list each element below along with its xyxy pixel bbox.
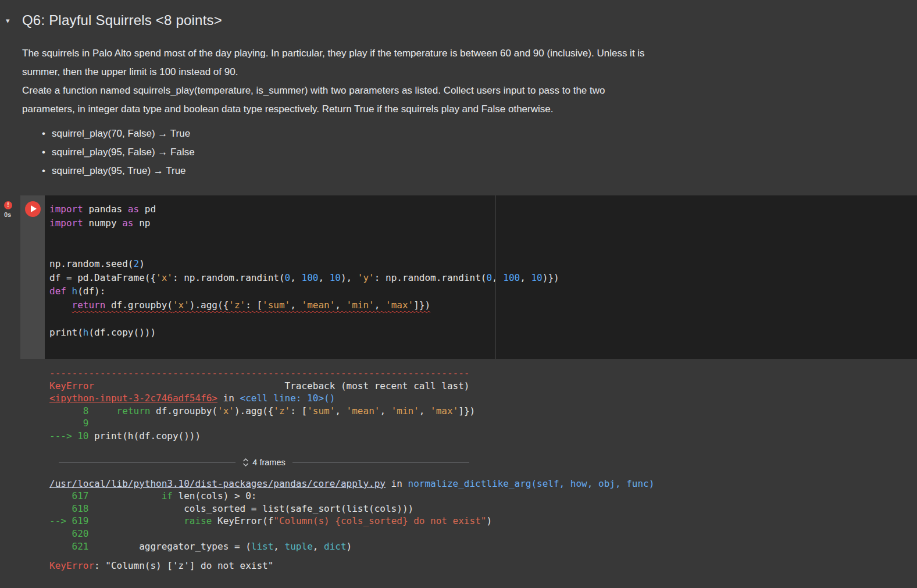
- code-token: 'x': [156, 272, 173, 283]
- code-token: ,: [520, 272, 531, 283]
- code-token: ]}): [413, 300, 430, 311]
- code-editor[interactable]: import pandas as pdimport numpy as npnp.…: [45, 195, 917, 359]
- code-token: h: [72, 286, 78, 297]
- frames-divider: 4 frames: [59, 457, 469, 468]
- code-token: 'sum': [307, 405, 335, 416]
- code-token: [88, 515, 184, 526]
- cell-gutter: [20, 195, 45, 359]
- code-token: Traceback (most recent call last): [94, 380, 469, 391]
- code-token: 617: [49, 490, 88, 501]
- code-token: ,: [335, 405, 346, 416]
- play-icon: [31, 205, 37, 212]
- traceback-line: --> 619 raise KeyError(f"Column(s) {cols…: [49, 515, 917, 528]
- code-token: np: [134, 218, 151, 229]
- code-token: df.groupby(: [150, 405, 217, 416]
- traceback-line: 620: [49, 528, 917, 540]
- code-token: ).agg({: [190, 300, 229, 311]
- code-line: df = pd.DataFrame({'x': np.random.randin…: [49, 271, 917, 285]
- code-token: def: [49, 286, 66, 297]
- code-token: return: [72, 300, 106, 311]
- markdown-cell: ▾ Q6: Playful Squirrels <8 points> The s…: [0, 0, 917, 180]
- code-token: tuple: [285, 541, 313, 552]
- code-token: df = pd.DataFrame({: [49, 272, 156, 283]
- frames-toggle[interactable]: 4 frames: [242, 458, 285, 467]
- divider-line: [59, 462, 236, 462]
- code-token: 100: [302, 272, 319, 283]
- traceback-line: /usr/local/lib/python3.10/dist-packages/…: [49, 477, 917, 490]
- markdown-line: Create a function named squirrels_play(t…: [22, 81, 905, 100]
- code-token: 10: [330, 272, 341, 283]
- code-token: aggregator_types = (: [88, 541, 251, 552]
- code-token: : "Column(s) ['z'] do not exist": [94, 560, 273, 571]
- code-token: 2: [134, 258, 140, 269]
- code-token: (df):: [77, 286, 105, 297]
- code-token: h: [83, 327, 89, 338]
- code-token: 'mean': [347, 405, 380, 416]
- code-token: 'z': [229, 300, 245, 311]
- markdown-paragraphs: The squirrels in Palo Alto spend most of…: [22, 44, 905, 119]
- traceback-line: 8 return df.groupby('x').agg({'z': ['sum…: [49, 405, 917, 418]
- code-line: print(h(df.copy())): [49, 326, 917, 340]
- code-token: 0: [285, 272, 291, 283]
- code-cell: ! 0s import pandas as pdimport numpy as …: [0, 195, 917, 359]
- code-token: ,: [313, 541, 324, 552]
- code-line: import pandas as pd: [49, 202, 917, 216]
- code-token: import: [49, 218, 83, 229]
- code-token: : np.random.randint(: [173, 272, 285, 283]
- code-token: 621: [49, 541, 88, 552]
- code-token: ,: [492, 272, 503, 283]
- code-token: : [: [290, 405, 307, 416]
- cell-output: ----------------------------------------…: [0, 359, 917, 572]
- code-token: ---> 10: [49, 430, 88, 441]
- code-token: cols_sorted = list(safe_sort(list(cols))…: [88, 503, 413, 514]
- code-token: 'x': [217, 405, 234, 416]
- code-token: raise: [184, 515, 212, 526]
- code-token: in: [386, 478, 408, 489]
- code-token: KeyError: [49, 560, 94, 571]
- bullet-item: squirrel_play(70, False) → True: [42, 124, 905, 143]
- code-token: return: [117, 405, 151, 416]
- error-badge: !: [4, 201, 12, 209]
- code-token: 'min': [347, 300, 374, 311]
- code-token: pd: [139, 204, 156, 215]
- traceback-line: 9: [49, 417, 917, 430]
- code-line: [49, 312, 917, 326]
- code-token: 'max': [430, 405, 458, 416]
- code-token: 'mean': [302, 300, 336, 311]
- code-token: 9: [49, 418, 88, 429]
- code-token: [49, 300, 72, 311]
- code-token: ,: [318, 272, 329, 283]
- code-token: ]}): [458, 405, 475, 416]
- bullet-item: squirrel_play(95, True) → True: [42, 162, 905, 180]
- code-token: [88, 405, 116, 416]
- traceback-line: ---> 10 print(h(df.copy())): [49, 430, 917, 443]
- code-token: in: [217, 393, 240, 404]
- traceback-line: 621 aggregator_types = (list, tuple, dic…: [49, 540, 917, 553]
- code-token: ,: [335, 300, 346, 311]
- traceback-link[interactable]: /usr/local/lib/python3.10/dist-packages/…: [49, 478, 386, 489]
- markdown-line: parameters, in integer data type and boo…: [22, 100, 905, 119]
- markdown-line: The squirrels in Palo Alto spend most of…: [22, 44, 905, 63]
- code-token: len(cols) > 0:: [173, 490, 257, 501]
- code-token: (df.copy())): [88, 327, 156, 338]
- code-token: 100: [503, 272, 520, 283]
- code-token: as: [122, 218, 133, 229]
- code-token: ,: [374, 300, 386, 311]
- code-token: 'max': [386, 300, 413, 311]
- code-token: ),: [341, 272, 358, 283]
- traceback-line: KeyError: "Column(s) ['z'] do not exist": [49, 560, 917, 572]
- code-token: "Column(s) {cols_sorted} do not exist": [273, 515, 486, 526]
- collapse-arrow-icon[interactable]: ▾: [6, 16, 22, 25]
- execution-info: ! 0s: [0, 195, 20, 359]
- run-button[interactable]: [25, 201, 41, 217]
- code-token: <cell line: 10>(): [240, 393, 336, 404]
- traceback-link[interactable]: <ipython-input-3-2c746adf54f6>: [49, 393, 217, 404]
- code-token: ).agg({: [234, 405, 273, 416]
- code-token: df.groupby(: [105, 300, 173, 311]
- code-token: 8: [49, 405, 88, 416]
- section-title: Q6: Playful Squirrels <8 points>: [22, 12, 222, 29]
- code-line: import numpy as np: [49, 216, 917, 230]
- code-token: ,: [273, 541, 284, 552]
- code-line: [49, 230, 917, 244]
- code-token: import: [49, 204, 83, 215]
